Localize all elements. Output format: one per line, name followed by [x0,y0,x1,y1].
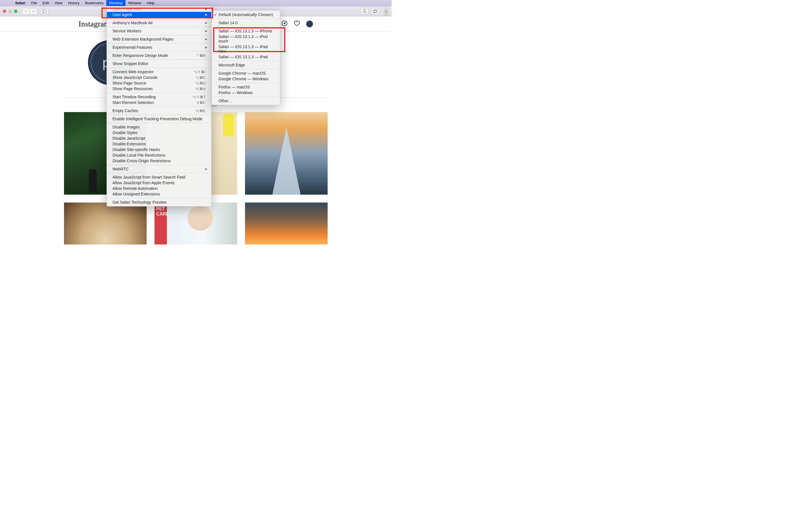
menu-window[interactable]: Window [125,0,144,6]
menu-view[interactable]: View [52,0,65,6]
menu-item-timeline[interactable]: Start Timeline Recording⌥⇧⌘T [107,94,211,100]
menu-separator [107,115,211,115]
post-image-content [188,205,213,231]
menu-develop[interactable]: Develop [106,0,125,6]
shortcut: ⌥⌘A [195,87,206,91]
menu-item-experimental[interactable]: Experimental Features [107,45,211,50]
menu-item-disable-images[interactable]: Disable Images [107,124,211,130]
ua-other[interactable]: Other… [212,98,280,104]
close-window-button[interactable] [3,10,6,13]
menu-item-connect-web-inspector[interactable]: Connect Web Inspector⌥⇧⌘I [107,69,211,75]
apple-menu-icon[interactable] [4,1,9,5]
ua-ios-ipod[interactable]: Safari — iOS 13.1.3 — iPod touch [212,34,280,44]
menu-help[interactable]: Help [144,0,157,6]
post-thumbnail[interactable]: PETCARE [154,203,237,244]
back-button[interactable]: ‹ [22,8,30,14]
menu-item-responsive[interactable]: Enter Responsive Design Mode⌃⌘R [107,53,211,58]
post-thumbnail[interactable] [245,203,327,244]
profile-avatar-small[interactable] [306,20,313,27]
menu-separator [212,69,280,69]
svg-point-4 [282,20,287,25]
shortcut: ⌃⌘R [196,54,206,58]
instagram-logo[interactable]: Instagram [79,19,110,29]
forward-button[interactable]: › [30,8,37,14]
post-thumbnail[interactable] [245,112,327,194]
app-menu[interactable]: Safari [12,0,28,6]
ua-firefox-mac[interactable]: Firefox — macOS [212,84,280,90]
new-tab-button[interactable]: + [384,7,389,16]
menu-item-allow-js-apple[interactable]: Allow JavaScript from Apple Events [107,180,211,186]
shortcut: ⌥⌘E [195,109,206,113]
post-image-content [223,114,234,136]
menu-item-webrtc[interactable]: WebRTC [107,166,211,172]
menu-separator [212,27,280,27]
menu-separator [107,27,211,27]
menu-separator [107,173,211,173]
window-controls [3,10,17,13]
menu-item-element-selection[interactable]: Start Element Selection⇧⌘C [107,100,211,105]
menu-bookmarks[interactable]: Bookmarks [82,0,106,6]
ua-default[interactable]: Default (Automatically Chosen) [212,12,280,17]
shortcut: ⌥⌘U [195,81,206,86]
menu-history[interactable]: History [65,0,82,6]
share-icon [363,9,366,13]
menu-item-get-stp[interactable]: Get Safari Technology Preview [107,200,211,205]
ua-safari14[interactable]: Safari 14.0 [212,20,280,25]
menu-item-service-workers[interactable]: Service Workers [107,28,211,34]
menu-item-js-console[interactable]: Show JavaScript Console⌥⌘C [107,75,211,80]
tabs-icon [373,10,377,13]
tabs-button[interactable] [371,8,379,14]
ua-firefox-win[interactable]: Firefox — Windows [212,90,280,96]
menu-item-snippet[interactable]: Show Snippet Editor [107,61,211,66]
activity-icon[interactable] [294,20,300,27]
menu-item-allow-js-smart[interactable]: Allow JavaScript from Smart Search Field [107,174,211,180]
ua-chrome-mac[interactable]: Google Chrome — macOS [212,70,280,76]
menu-item-disable-local-file[interactable]: Disable Local File Restrictions [107,152,211,158]
sidebar-icon [42,10,47,13]
shortcut: ⌥⇧⌘I [193,70,206,74]
ua-ios-iphone[interactable]: Safari — iOS 13.1.3 — iPhone [212,28,280,34]
menu-item-disable-cors[interactable]: Disable Cross-Origin Restrictions [107,158,211,164]
develop-menu-dropdown: Open Page With User Agent Anthony's MacB… [107,6,211,207]
menu-separator [107,35,211,35]
menu-item-disable-styles[interactable]: Disable Styles [107,130,211,135]
ua-ios-ipad[interactable]: Safari — iOS 13.1.3 — iPad [212,54,280,60]
menu-item-open-page-with[interactable]: Open Page With [107,6,211,12]
ua-chrome-win[interactable]: Google Chrome — Windows [212,76,280,82]
svg-rect-3 [374,10,377,12]
menu-separator [212,18,280,19]
menu-item-disable-js[interactable]: Disable JavaScript [107,135,211,141]
menu-separator [107,59,211,60]
minimize-window-button[interactable] [8,10,12,13]
menu-item-empty-caches[interactable]: Empty Caches⌥⌘E [107,108,211,114]
share-button[interactable] [361,8,368,14]
menu-item-device[interactable]: Anthony's MacBook Air [107,20,211,25]
menu-item-web-ext-bg[interactable]: Web Extension Background Pages [107,36,211,42]
post-thumbnail[interactable] [64,203,147,244]
menu-item-allow-remote[interactable]: Allow Remote Automation [107,186,211,191]
menu-separator [107,51,211,52]
menu-item-disable-site-hacks[interactable]: Disable Site-specific Hacks [107,147,211,152]
shortcut: ⌥⇧⌘T [192,95,206,99]
sidebar-button[interactable] [40,8,49,14]
explore-icon[interactable] [282,20,288,27]
nav-buttons: ‹ › [22,8,37,15]
menu-file[interactable]: File [28,0,40,6]
menu-separator [107,18,211,19]
menu-separator [107,165,211,165]
menu-item-user-agent[interactable]: User Agent [107,12,211,17]
zoom-window-button[interactable] [14,10,17,13]
menu-separator [107,93,211,93]
menu-item-page-resources[interactable]: Show Page Resources⌥⌘A [107,86,211,92]
menu-item-itp-debug[interactable]: Enable Intelligent Tracking Prevention D… [107,116,211,122]
menu-edit[interactable]: Edit [40,0,52,6]
shortcut: ⇧⌘C [196,101,206,105]
ua-ios-ipadmini[interactable]: Safari — iOS 13.1.3 — iPad Mini [212,44,280,54]
menu-item-allow-unsigned[interactable]: Allow Unsigned Extensions [107,191,211,197]
menu-item-page-source[interactable]: Show Page Source⌥⌘U [107,80,211,86]
svg-rect-0 [42,10,47,13]
menu-separator [212,97,280,97]
menu-item-disable-extensions[interactable]: Disable Extensions [107,141,211,147]
ua-edge[interactable]: Microsoft Edge [212,62,280,68]
post-image-text: PETCARE [156,207,169,216]
